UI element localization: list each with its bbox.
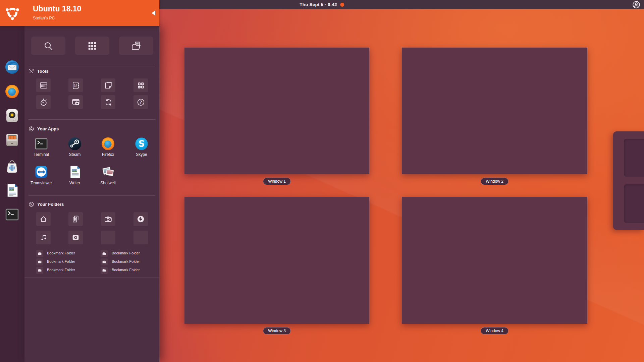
folder-documents[interactable]	[68, 212, 83, 226]
bookmark-folder-label[interactable]: Bookmark Folder	[47, 259, 75, 263]
shotwell-icon	[101, 165, 115, 179]
tool-address-book[interactable]: @	[68, 78, 83, 92]
dock	[0, 26, 24, 362]
music-icon	[39, 233, 48, 242]
workspace-thumbnail[interactable]	[624, 184, 644, 223]
window-1-label: Window 1	[263, 178, 291, 185]
divider	[24, 278, 159, 278]
videos-icon	[71, 233, 80, 242]
dock-item-writer[interactable]	[5, 183, 19, 198]
tool-calendar[interactable]	[36, 78, 51, 92]
dock-item-thunderbird[interactable]	[5, 60, 19, 74]
window-preview-1[interactable]	[184, 48, 369, 174]
app-label: Skype	[125, 152, 158, 157]
folder-empty-tile[interactable]	[133, 231, 148, 244]
wrench-icon	[29, 68, 34, 74]
bookmark-folder-item[interactable]	[36, 250, 43, 257]
bookmark-folder-item[interactable]	[36, 258, 43, 265]
your-folders-section-header: Your Folders	[29, 201, 64, 207]
svg-text:@: @	[74, 83, 77, 87]
tool-help[interactable]: ?	[133, 95, 148, 109]
files-button[interactable]	[119, 37, 153, 55]
your-apps-section-header: Your Apps	[29, 126, 59, 132]
bookmark-folder-label[interactable]: Bookmark Folder	[112, 251, 140, 255]
bookmark-folder-icon	[102, 268, 106, 273]
your-folders-section-label: Your Folders	[37, 202, 64, 207]
dock-item-file-cabinet[interactable]	[5, 132, 19, 147]
software-store-icon	[5, 159, 19, 174]
bookmark-folder-item[interactable]	[101, 267, 108, 274]
clock-menu[interactable]: Thu Sept 5 - 9:42	[300, 0, 344, 9]
app-label: Steam	[58, 152, 92, 157]
file-cabinet-icon	[5, 132, 19, 147]
dash-header: Ubuntu 18.10 Stefan's PC	[0, 0, 159, 26]
bookmark-folder-item[interactable]	[36, 267, 43, 274]
folder-videos[interactable]	[68, 231, 83, 244]
dock-item-firefox[interactable]	[5, 84, 19, 99]
app-item-firefox[interactable]	[101, 137, 115, 151]
home-icon	[39, 215, 48, 223]
app-grid-button[interactable]	[75, 37, 109, 55]
calendar-icon	[39, 81, 48, 90]
bookmark-folder-item[interactable]	[101, 258, 108, 265]
dock-item-music-player[interactable]	[5, 108, 19, 123]
bookmark-folder-label[interactable]: Bookmark Folder	[47, 251, 75, 255]
header-subtitle: Stefan's PC	[33, 16, 55, 20]
tool-calculator[interactable]	[133, 78, 148, 92]
bookmark-folder-icon	[38, 251, 42, 256]
dock-item-terminal[interactable]	[5, 207, 19, 222]
ubuntu-logo-icon	[5, 5, 20, 20]
steam-icon	[68, 137, 82, 151]
app-item-steam[interactable]	[68, 137, 82, 151]
folder-downloads[interactable]	[133, 212, 148, 226]
bookmark-folder-label[interactable]: Bookmark Folder	[112, 268, 140, 272]
app-item-skype[interactable]: S	[135, 137, 149, 151]
bookmark-folder-label[interactable]: Bookmark Folder	[47, 268, 75, 272]
music-player-icon	[5, 108, 19, 123]
tools-section-header: Tools	[29, 68, 49, 74]
app-item-shotwell[interactable]	[101, 165, 115, 179]
bookmark-folder-label[interactable]: Bookmark Folder	[112, 259, 140, 263]
dock-item-software-store[interactable]	[5, 159, 19, 174]
user-account-icon	[632, 0, 641, 9]
system-menu[interactable]	[632, 0, 641, 9]
app-item-writer[interactable]	[68, 165, 82, 179]
app-label: Shotwell	[91, 181, 125, 185]
tool-notes[interactable]	[101, 78, 115, 92]
tool-screenshot[interactable]	[68, 95, 83, 109]
app-item-teamviewer[interactable]	[34, 165, 48, 179]
documents-icon	[71, 215, 80, 223]
window-preview-4[interactable]	[402, 197, 587, 324]
folder-music[interactable]	[36, 231, 51, 244]
notes-icon	[104, 81, 113, 90]
window-preview-3[interactable]	[184, 197, 369, 324]
window-preview-2[interactable]	[402, 48, 587, 174]
teamviewer-icon	[34, 165, 48, 179]
dash-panel: Tools @	[24, 26, 159, 362]
person-circle-icon	[29, 201, 34, 207]
bookmark-folder-item[interactable]	[101, 250, 108, 257]
pictures-icon	[104, 215, 112, 223]
folder-empty-tile[interactable]	[101, 231, 115, 244]
sync-icon	[104, 98, 113, 107]
svg-text:S: S	[139, 139, 145, 149]
bookmark-folder-icon	[38, 260, 42, 264]
workspace-switcher[interactable]	[613, 131, 644, 230]
app-item-terminal[interactable]	[34, 137, 48, 151]
collapse-left-arrow-icon[interactable]	[152, 10, 155, 16]
workspace-thumbnail[interactable]	[624, 139, 644, 177]
tool-sync[interactable]	[101, 95, 115, 109]
downloads-icon	[137, 215, 145, 223]
folder-pictures[interactable]	[101, 212, 115, 226]
person-circle-icon	[29, 126, 34, 132]
search-button[interactable]	[31, 37, 65, 55]
search-icon	[43, 41, 53, 51]
skype-icon: S	[135, 137, 149, 151]
app-grid-icon	[87, 41, 97, 51]
clock-label: Thu Sept 5 - 9:42	[300, 2, 337, 7]
tool-timer[interactable]	[36, 95, 51, 109]
window-3-label: Window 3	[263, 327, 291, 335]
header-title: Ubuntu 18.10	[33, 4, 81, 13]
app-label: Firefox	[91, 152, 125, 157]
folder-home[interactable]	[36, 212, 51, 226]
